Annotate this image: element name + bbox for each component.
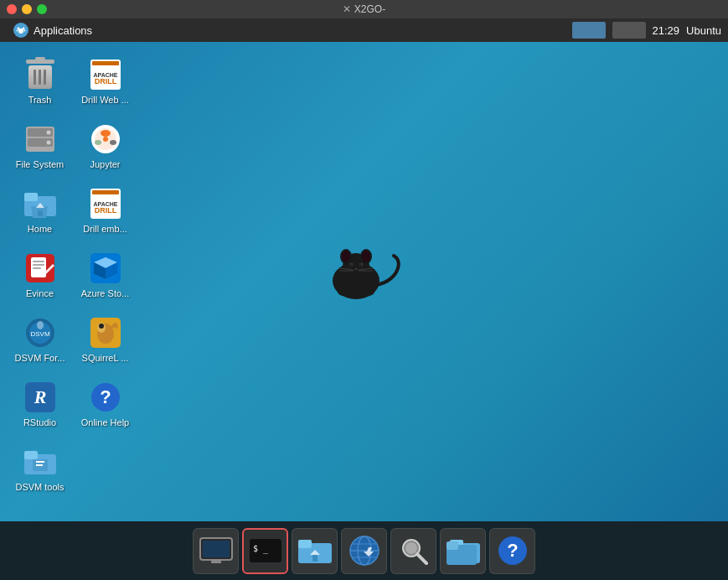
drill-emb-svg: APACHE DRILL: [90, 188, 121, 220]
title-text: X2GO-: [354, 3, 385, 15]
svg-point-41: [103, 137, 108, 142]
desktop: Trash File System: [0, 42, 728, 521]
close-button[interactable]: [7, 4, 17, 14]
trash-label: Trash: [28, 95, 52, 106]
desktop-icon-squirrel[interactable]: SQuirreL ...: [74, 308, 137, 371]
svg-rect-11: [24, 193, 38, 201]
desktop-icon-online-help[interactable]: ? Online Help: [74, 373, 137, 436]
minimize-button[interactable]: [22, 4, 32, 14]
svg-rect-33: [92, 61, 119, 65]
svg-point-9: [46, 140, 50, 144]
taskbar-item-browser[interactable]: [341, 528, 387, 574]
help-taskbar-icon: ?: [497, 535, 529, 567]
icon-column-0: Trash File System: [8, 50, 71, 500]
filesystem-label: File System: [16, 159, 64, 170]
menu-bar: Applications 21:29 Ubuntu: [0, 18, 728, 42]
svg-line-92: [417, 554, 426, 563]
desktop-icon-drill-web[interactable]: APACHE DRILL Drill Web ...: [74, 50, 137, 113]
svg-point-38: [101, 130, 111, 137]
svg-point-65: [351, 263, 353, 265]
svg-rect-28: [24, 451, 38, 459]
applications-menu-button[interactable]: Applications: [7, 18, 99, 42]
taskbar-item-home-folder[interactable]: [292, 528, 338, 574]
svg-point-91: [405, 542, 417, 554]
svg-line-70: [359, 268, 373, 270]
svg-point-58: [343, 253, 369, 280]
taskbar-item-files[interactable]: [440, 528, 486, 574]
workspace-inactive[interactable]: [612, 22, 646, 39]
home-icon: [23, 187, 57, 220]
desktop-icon-dsvm-tools[interactable]: DSVM tools: [8, 438, 71, 500]
workspace-active[interactable]: [572, 22, 606, 39]
desktop-icon-filesystem[interactable]: File System: [8, 115, 71, 178]
drill-emb-icon: APACHE DRILL: [89, 187, 122, 220]
svg-text:DRILL: DRILL: [94, 206, 116, 215]
desktop-icon-trash[interactable]: Trash: [8, 50, 71, 113]
svg-text:R: R: [33, 386, 46, 407]
jupyter-label: Jupyter: [90, 159, 120, 170]
rstudio-icon: R: [23, 381, 57, 414]
desktop-icon-azure-storage[interactable]: Azure Sto...: [74, 244, 137, 307]
svg-point-3: [17, 30, 18, 32]
svg-rect-80: [298, 540, 312, 548]
online-help-label: Online Help: [81, 417, 129, 428]
taskbar-item-terminal[interactable]: $ _: [242, 528, 288, 574]
dsvm-for-icon: DSVM: [23, 316, 57, 350]
desktop-icon-home[interactable]: Home: [8, 179, 71, 242]
dsvm-tools-svg: [24, 448, 56, 476]
home-folder-taskbar-icon: [298, 536, 332, 565]
home-label: Home: [28, 224, 52, 235]
online-help-icon: ?: [89, 381, 122, 414]
mouse-svg: [310, 235, 402, 310]
dsvm-for-label: DSVM For...: [15, 353, 65, 364]
svg-rect-18: [33, 264, 44, 266]
applications-label: Applications: [34, 24, 92, 37]
files-icon: [447, 536, 480, 565]
maximize-button[interactable]: [37, 4, 47, 14]
globe-icon: [349, 535, 380, 567]
desktop-icon-rstudio[interactable]: R RStudio: [8, 373, 71, 436]
desktop-icon-dsvm-for[interactable]: DSVM DSVM For...: [8, 308, 71, 371]
svg-point-59: [340, 249, 352, 264]
drive-svg: [24, 125, 56, 153]
svg-point-54: [99, 324, 104, 329]
svg-point-66: [361, 263, 363, 265]
squirrel-svg: [90, 317, 121, 349]
desktop-icon-jupyter[interactable]: Jupyter: [74, 115, 137, 178]
evince-svg: [24, 252, 56, 284]
menu-bar-right: 21:29 Ubuntu: [572, 22, 721, 39]
icon-column-1: APACHE DRILL Drill Web ... Jupyter: [74, 50, 137, 436]
rstudio-label: RStudio: [23, 417, 56, 428]
svg-rect-19: [33, 267, 41, 269]
svg-text:?: ?: [100, 386, 111, 407]
azure-storage-icon: [89, 251, 122, 285]
svg-point-67: [354, 268, 358, 271]
taskbar-item-help[interactable]: ?: [489, 528, 535, 574]
svg-text:?: ?: [507, 540, 518, 561]
desktop-icon-evince[interactable]: Evince: [8, 244, 71, 307]
svg-point-72: [338, 287, 349, 296]
svg-point-61: [342, 251, 350, 262]
svg-rect-82: [312, 555, 318, 562]
svg-rect-14: [38, 210, 43, 216]
taskbar-item-search[interactable]: [390, 528, 436, 574]
svg-rect-17: [33, 261, 44, 262]
svg-line-68: [339, 268, 354, 270]
jupyter-icon: [89, 122, 122, 156]
taskbar-item-screen[interactable]: [193, 528, 239, 574]
title-icon: ✕ X2GO-: [343, 3, 385, 15]
svg-point-64: [359, 262, 364, 267]
svg-text:DRILL: DRILL: [94, 77, 116, 85]
desktop-icon-drill-emb[interactable]: APACHE DRILL Drill emb...: [74, 179, 137, 242]
svg-point-40: [110, 140, 116, 145]
svg-point-39: [95, 140, 101, 145]
evince-label: Evince: [26, 288, 54, 299]
svg-point-2: [23, 28, 25, 30]
svg-text:DSVM: DSVM: [30, 330, 49, 338]
title-bar: ✕ X2GO-: [0, 0, 728, 18]
screen-icon: [199, 537, 233, 564]
dsvm-for-svg: DSVM: [24, 317, 56, 349]
svg-point-8: [46, 130, 50, 134]
drill-emb-label: Drill emb...: [83, 224, 127, 235]
azure-storage-svg: [90, 252, 121, 284]
